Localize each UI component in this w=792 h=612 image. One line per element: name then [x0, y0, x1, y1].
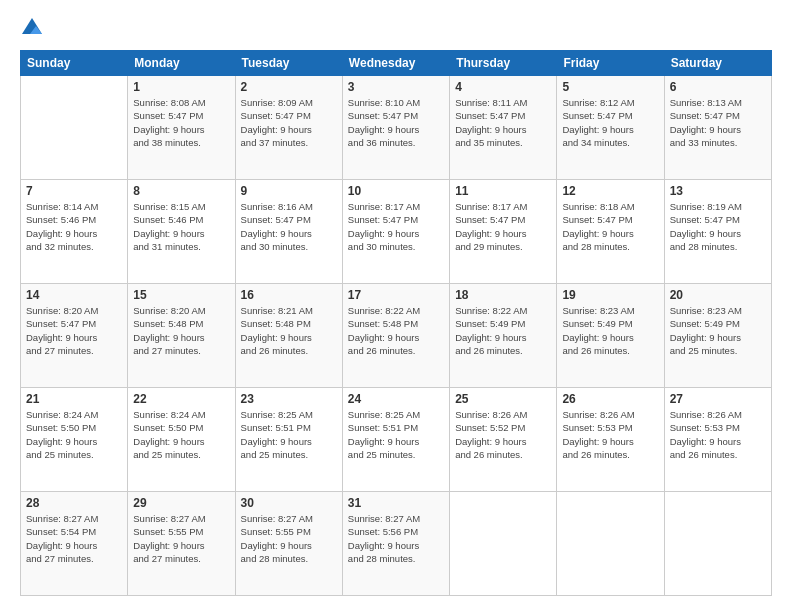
- cell-info-line: Sunrise: 8:19 AM: [670, 200, 766, 213]
- day-number: 3: [348, 80, 444, 94]
- cell-info-line: Sunrise: 8:17 AM: [455, 200, 551, 213]
- cell-info-line: Daylight: 9 hours: [241, 331, 337, 344]
- cell-info-line: Daylight: 9 hours: [348, 435, 444, 448]
- cell-info-line: Sunset: 5:48 PM: [348, 317, 444, 330]
- day-number: 29: [133, 496, 229, 510]
- calendar-cell: 29Sunrise: 8:27 AMSunset: 5:55 PMDayligh…: [128, 492, 235, 596]
- cell-info-line: Sunset: 5:49 PM: [455, 317, 551, 330]
- cell-info-line: and 25 minutes.: [133, 448, 229, 461]
- cell-info-line: Daylight: 9 hours: [562, 331, 658, 344]
- cell-info-line: Sunset: 5:50 PM: [133, 421, 229, 434]
- cell-info-line: Daylight: 9 hours: [26, 331, 122, 344]
- cell-info-line: Sunset: 5:47 PM: [348, 213, 444, 226]
- cell-info-line: Sunrise: 8:27 AM: [241, 512, 337, 525]
- day-number: 10: [348, 184, 444, 198]
- calendar-cell: 23Sunrise: 8:25 AMSunset: 5:51 PMDayligh…: [235, 388, 342, 492]
- cell-info-line: Sunset: 5:47 PM: [670, 213, 766, 226]
- cell-info-line: and 26 minutes.: [455, 344, 551, 357]
- week-row-4: 21Sunrise: 8:24 AMSunset: 5:50 PMDayligh…: [21, 388, 772, 492]
- cell-info-line: Sunset: 5:47 PM: [241, 109, 337, 122]
- day-number: 22: [133, 392, 229, 406]
- week-row-1: 1Sunrise: 8:08 AMSunset: 5:47 PMDaylight…: [21, 76, 772, 180]
- cell-info-line: Sunset: 5:53 PM: [670, 421, 766, 434]
- cell-info-line: Sunrise: 8:17 AM: [348, 200, 444, 213]
- day-number: 11: [455, 184, 551, 198]
- day-number: 18: [455, 288, 551, 302]
- cell-info-line: Sunset: 5:47 PM: [26, 317, 122, 330]
- cell-info-line: and 28 minutes.: [348, 552, 444, 565]
- cell-info-line: and 34 minutes.: [562, 136, 658, 149]
- cell-info-line: Daylight: 9 hours: [348, 123, 444, 136]
- day-number: 26: [562, 392, 658, 406]
- cell-info-line: and 27 minutes.: [26, 344, 122, 357]
- cell-info-line: Sunset: 5:46 PM: [26, 213, 122, 226]
- header-tuesday: Tuesday: [235, 51, 342, 76]
- cell-info-line: Sunset: 5:47 PM: [670, 109, 766, 122]
- cell-info-line: Sunrise: 8:09 AM: [241, 96, 337, 109]
- day-number: 6: [670, 80, 766, 94]
- cell-info-line: Daylight: 9 hours: [133, 227, 229, 240]
- cell-info-line: Daylight: 9 hours: [455, 331, 551, 344]
- calendar-cell: 13Sunrise: 8:19 AMSunset: 5:47 PMDayligh…: [664, 180, 771, 284]
- calendar-cell: [450, 492, 557, 596]
- calendar-cell: 27Sunrise: 8:26 AMSunset: 5:53 PMDayligh…: [664, 388, 771, 492]
- cell-info-line: Sunrise: 8:14 AM: [26, 200, 122, 213]
- cell-info-line: and 29 minutes.: [455, 240, 551, 253]
- cell-info-line: and 30 minutes.: [348, 240, 444, 253]
- day-number: 1: [133, 80, 229, 94]
- cell-info-line: Sunrise: 8:27 AM: [133, 512, 229, 525]
- cell-info-line: Daylight: 9 hours: [241, 435, 337, 448]
- day-number: 17: [348, 288, 444, 302]
- cell-info-line: and 26 minutes.: [670, 448, 766, 461]
- header: [20, 16, 772, 40]
- cell-info-line: Sunset: 5:47 PM: [241, 213, 337, 226]
- week-row-2: 7Sunrise: 8:14 AMSunset: 5:46 PMDaylight…: [21, 180, 772, 284]
- week-row-3: 14Sunrise: 8:20 AMSunset: 5:47 PMDayligh…: [21, 284, 772, 388]
- calendar-cell: 28Sunrise: 8:27 AMSunset: 5:54 PMDayligh…: [21, 492, 128, 596]
- cell-info-line: Sunset: 5:47 PM: [455, 213, 551, 226]
- header-monday: Monday: [128, 51, 235, 76]
- cell-info-line: and 33 minutes.: [670, 136, 766, 149]
- cell-info-line: Sunset: 5:47 PM: [562, 213, 658, 226]
- cell-info-line: Sunrise: 8:27 AM: [348, 512, 444, 525]
- day-number: 19: [562, 288, 658, 302]
- cell-info-line: Sunrise: 8:23 AM: [670, 304, 766, 317]
- cell-info-line: Daylight: 9 hours: [26, 227, 122, 240]
- cell-info-line: Daylight: 9 hours: [26, 539, 122, 552]
- calendar-cell: 10Sunrise: 8:17 AMSunset: 5:47 PMDayligh…: [342, 180, 449, 284]
- cell-info-line: Daylight: 9 hours: [455, 123, 551, 136]
- cell-info-line: Sunrise: 8:13 AM: [670, 96, 766, 109]
- calendar-cell: 17Sunrise: 8:22 AMSunset: 5:48 PMDayligh…: [342, 284, 449, 388]
- cell-info-line: Sunset: 5:53 PM: [562, 421, 658, 434]
- cell-info-line: Sunrise: 8:26 AM: [670, 408, 766, 421]
- cell-info-line: Daylight: 9 hours: [562, 227, 658, 240]
- cell-info-line: Sunset: 5:47 PM: [562, 109, 658, 122]
- cell-info-line: Sunrise: 8:25 AM: [348, 408, 444, 421]
- cell-info-line: and 36 minutes.: [348, 136, 444, 149]
- calendar-cell: 11Sunrise: 8:17 AMSunset: 5:47 PMDayligh…: [450, 180, 557, 284]
- calendar-cell: 4Sunrise: 8:11 AMSunset: 5:47 PMDaylight…: [450, 76, 557, 180]
- cell-info-line: Daylight: 9 hours: [670, 123, 766, 136]
- cell-info-line: Sunset: 5:50 PM: [26, 421, 122, 434]
- logo: [20, 16, 48, 40]
- cell-info-line: and 27 minutes.: [26, 552, 122, 565]
- day-number: 9: [241, 184, 337, 198]
- cell-info-line: Sunrise: 8:27 AM: [26, 512, 122, 525]
- calendar-cell: 22Sunrise: 8:24 AMSunset: 5:50 PMDayligh…: [128, 388, 235, 492]
- cell-info-line: Sunset: 5:46 PM: [133, 213, 229, 226]
- calendar-cell: 16Sunrise: 8:21 AMSunset: 5:48 PMDayligh…: [235, 284, 342, 388]
- calendar-cell: 25Sunrise: 8:26 AMSunset: 5:52 PMDayligh…: [450, 388, 557, 492]
- header-sunday: Sunday: [21, 51, 128, 76]
- cell-info-line: Sunrise: 8:22 AM: [348, 304, 444, 317]
- calendar-cell: 12Sunrise: 8:18 AMSunset: 5:47 PMDayligh…: [557, 180, 664, 284]
- calendar-table: SundayMondayTuesdayWednesdayThursdayFrid…: [20, 50, 772, 596]
- cell-info-line: Daylight: 9 hours: [348, 331, 444, 344]
- day-number: 7: [26, 184, 122, 198]
- calendar-cell: [664, 492, 771, 596]
- cell-info-line: Sunrise: 8:15 AM: [133, 200, 229, 213]
- cell-info-line: Sunrise: 8:16 AM: [241, 200, 337, 213]
- cell-info-line: and 30 minutes.: [241, 240, 337, 253]
- cell-info-line: Sunset: 5:47 PM: [133, 109, 229, 122]
- calendar-cell: [21, 76, 128, 180]
- cell-info-line: Daylight: 9 hours: [455, 227, 551, 240]
